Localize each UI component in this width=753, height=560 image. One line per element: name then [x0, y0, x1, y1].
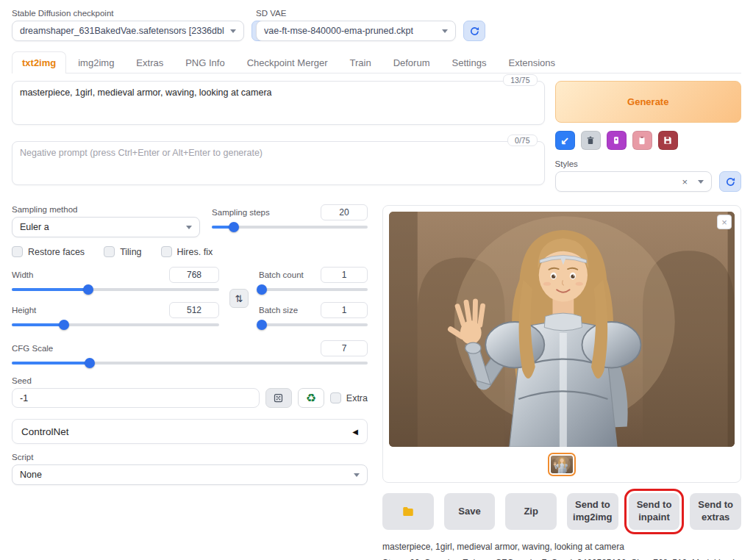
sampling-method-dropdown[interactable]: Euler a: [12, 217, 200, 237]
height-slider[interactable]: [12, 319, 219, 331]
cfg-scale-input[interactable]: [321, 340, 368, 356]
vae-field: SD VAE vae-ft-mse-840000-ema-pruned.ckpt: [256, 9, 485, 41]
refresh-icon: [725, 176, 736, 187]
controlnet-accordion[interactable]: ControlNet ◀: [12, 419, 368, 444]
checkbox-box[interactable]: [330, 392, 341, 403]
seed-input[interactable]: [12, 388, 260, 408]
trash-icon: [585, 135, 596, 146]
tab-extras[interactable]: Extras: [126, 51, 174, 73]
restore-faces-checkbox[interactable]: Restore faces: [12, 246, 85, 257]
tiling-checkbox[interactable]: Tiling: [104, 246, 141, 257]
checkbox-box[interactable]: [12, 246, 23, 257]
send-to-img2img-button[interactable]: Send to img2img: [567, 493, 618, 530]
close-gallery-button[interactable]: ×: [717, 215, 732, 229]
refresh-icon: [469, 26, 480, 37]
apply-style-button[interactable]: [632, 131, 652, 150]
script-dropdown[interactable]: None: [12, 464, 368, 485]
send-to-extras-button[interactable]: Send to extras: [690, 493, 741, 530]
chevron-down-icon: [230, 29, 236, 33]
generation-settings: Sampling method Euler a Sampling steps R…: [12, 205, 368, 560]
batch-count-slider[interactable]: [259, 284, 368, 295]
thumbnail-image: [551, 456, 573, 473]
generate-button[interactable]: Generate: [555, 81, 741, 123]
prompt-area: 13/75 masterpiece, 1girl, medieval armor…: [12, 81, 741, 192]
slider-handle[interactable]: [257, 320, 267, 330]
zip-button[interactable]: Zip: [505, 493, 557, 530]
checkpoint-dropdown[interactable]: dreamshaper_631BakedVae.safetensors [233…: [12, 21, 244, 41]
checkbox-box[interactable]: [161, 246, 172, 257]
vae-dropdown[interactable]: vae-ft-mse-840000-ema-pruned.ckpt: [256, 21, 456, 41]
tab-img2img[interactable]: img2img: [68, 51, 124, 73]
batch-size-input[interactable]: [321, 302, 368, 318]
card-icon: [611, 135, 621, 146]
tab-deforum[interactable]: Deforum: [383, 51, 440, 73]
tab-settings[interactable]: Settings: [442, 51, 497, 73]
reuse-seed-button[interactable]: ♻: [298, 388, 324, 408]
slider-handle[interactable]: [83, 284, 93, 295]
save-button[interactable]: Save: [444, 493, 496, 530]
height-label: Height: [12, 306, 36, 315]
tab-extensions[interactable]: Extensions: [498, 51, 565, 73]
random-seed-button[interactable]: [265, 388, 292, 408]
hires-fix-checkbox[interactable]: Hires. fix: [161, 246, 213, 257]
tab-checkpoint-merger[interactable]: Checkpoint Merger: [237, 51, 338, 73]
refresh-styles-button[interactable]: [719, 171, 741, 192]
open-folder-button[interactable]: [382, 493, 434, 530]
tab-png-info[interactable]: PNG Info: [175, 51, 235, 73]
clear-prompt-button[interactable]: [581, 131, 601, 150]
extra-networks-icon-button[interactable]: [607, 131, 627, 150]
generated-image[interactable]: [389, 212, 735, 447]
paste-params-button[interactable]: ↙: [555, 131, 575, 150]
sampling-steps-slider[interactable]: [212, 221, 368, 233]
slider-handle[interactable]: [85, 358, 95, 368]
refresh-vae-button[interactable]: [463, 21, 485, 41]
script-label: Script: [12, 453, 368, 462]
send-to-inpaint-button[interactable]: Send to inpaint: [629, 493, 680, 530]
gallery-actions: Save Zip Send to img2img Send to inpaint…: [382, 493, 741, 530]
batch-count-input[interactable]: [321, 267, 368, 283]
tab-txt2img[interactable]: txt2img: [12, 51, 66, 73]
negative-prompt-input[interactable]: [12, 141, 545, 185]
sampling-method-label: Sampling method: [12, 205, 200, 214]
slider-handle[interactable]: [229, 222, 239, 232]
width-slider[interactable]: [12, 284, 219, 295]
clear-styles-icon[interactable]: ×: [682, 176, 688, 187]
swap-dimensions-button[interactable]: ⇅: [229, 289, 249, 308]
swap-icon: ⇅: [235, 293, 243, 304]
height-input[interactable]: [169, 302, 219, 318]
vae-label: SD VAE: [256, 9, 485, 18]
generation-info: masterpiece, 1girl, medieval armor, wavi…: [382, 540, 741, 560]
generation-info-params: Steps: 20, Sampler: Euler a, CFG scale: …: [382, 556, 741, 560]
sampling-steps-input[interactable]: [321, 204, 368, 220]
save-style-button[interactable]: [658, 131, 678, 150]
width-input[interactable]: [169, 267, 219, 283]
checkbox-box[interactable]: [104, 246, 115, 257]
extra-seed-label: Extra: [346, 393, 368, 403]
checkpoint-value: dreamshaper_631BakedVae.safetensors [233…: [20, 26, 224, 36]
styles-dropdown[interactable]: ×: [555, 171, 712, 192]
styles-label: Styles: [555, 159, 741, 168]
gallery-frame: ×: [382, 205, 741, 483]
chevron-down-icon: [442, 29, 448, 33]
folder-icon: [401, 505, 415, 518]
cfg-scale-slider[interactable]: [12, 357, 368, 369]
checkpoint-label: Stable Diffusion checkpoint: [12, 9, 237, 18]
slider-handle[interactable]: [59, 320, 69, 330]
recycle-icon: ♻: [306, 392, 316, 404]
batch-size-slider[interactable]: [259, 319, 368, 331]
tab-train[interactable]: Train: [340, 51, 382, 73]
clipboard-icon: [637, 135, 647, 146]
gallery-thumbnail-selected[interactable]: [548, 453, 576, 476]
cfg-scale-label: CFG Scale: [12, 344, 53, 353]
slider-handle[interactable]: [257, 284, 267, 295]
extra-seed-checkbox[interactable]: Extra: [330, 392, 368, 403]
sampling-steps-label: Sampling steps: [212, 208, 270, 217]
negative-prompt-token-counter: 0/75: [507, 134, 537, 146]
sampling-method-value: Euler a: [20, 222, 49, 232]
controlnet-label: ControlNet: [21, 426, 69, 437]
prompt-input[interactable]: masterpiece, 1girl, medieval armor, wavi…: [12, 81, 545, 125]
width-label: Width: [12, 270, 33, 279]
collapse-arrow-icon: ◀: [352, 428, 358, 436]
vae-value: vae-ft-mse-840000-ema-pruned.ckpt: [264, 26, 413, 36]
main-tabs: txt2img img2img Extras PNG Info Checkpoi…: [12, 51, 741, 73]
